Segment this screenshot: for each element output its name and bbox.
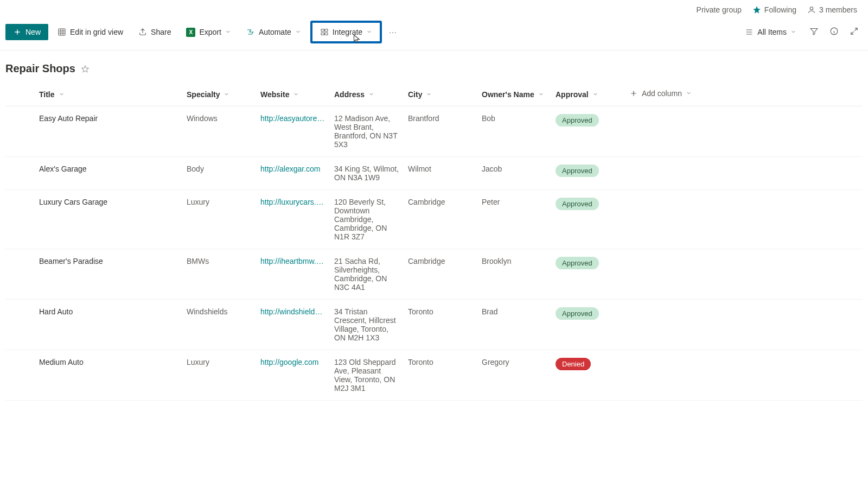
chevron-down-icon bbox=[366, 28, 372, 36]
view-selector-label: All Items bbox=[757, 28, 787, 36]
row-selector-cell[interactable] bbox=[5, 106, 35, 157]
table-row[interactable]: Medium AutoLuxuryhttp://google.com123 Ol… bbox=[5, 350, 863, 401]
approval-pill: Approved bbox=[556, 257, 599, 269]
col-header-city[interactable]: City bbox=[404, 83, 477, 106]
edit-grid-button[interactable]: Edit in grid view bbox=[52, 24, 129, 40]
star-filled-icon bbox=[752, 5, 761, 14]
cell-approval: Approved bbox=[551, 106, 625, 157]
info-icon bbox=[829, 27, 839, 37]
integrate-button[interactable]: Integrate bbox=[310, 21, 382, 43]
more-actions-button[interactable]: ··· bbox=[385, 24, 401, 40]
plus-icon bbox=[629, 89, 638, 98]
website-link[interactable]: http://easyautorepair.c... bbox=[260, 114, 326, 123]
website-link[interactable]: http://alexgar.com bbox=[260, 165, 321, 173]
cell-title: Alex's Garage bbox=[35, 157, 182, 190]
cell-city: Toronto bbox=[404, 350, 477, 401]
cell-city: Wilmot bbox=[404, 157, 477, 190]
chevron-down-icon bbox=[368, 90, 374, 99]
cell-specialty: BMWs bbox=[182, 249, 256, 300]
col-header-address[interactable]: Address bbox=[330, 83, 404, 106]
cell-empty bbox=[625, 190, 863, 249]
expand-button[interactable] bbox=[846, 23, 863, 41]
chevron-down-icon bbox=[295, 28, 301, 36]
approval-pill: Approved bbox=[556, 198, 599, 210]
share-button[interactable]: Share bbox=[132, 24, 177, 40]
website-link[interactable]: http://windshieldharda... bbox=[260, 307, 326, 316]
favorite-star-button[interactable] bbox=[81, 65, 90, 73]
automate-label: Automate bbox=[259, 28, 291, 36]
site-header-meta: Private group Following 3 members bbox=[0, 0, 868, 17]
add-column-button[interactable]: Add column bbox=[625, 83, 863, 106]
svg-point-0 bbox=[810, 7, 813, 10]
cell-specialty: Luxury bbox=[182, 350, 256, 401]
info-button[interactable] bbox=[826, 23, 843, 41]
row-selector-cell[interactable] bbox=[5, 190, 35, 249]
row-selector-cell[interactable] bbox=[5, 350, 35, 401]
cell-owner: Brad bbox=[477, 300, 551, 350]
integrate-label: Integrate bbox=[333, 28, 362, 36]
cell-address: 34 King St, Wilmot, ON N3A 1W9 bbox=[330, 157, 404, 190]
website-link[interactable]: http://iheartbmw.com bbox=[260, 257, 326, 265]
svg-rect-1 bbox=[59, 29, 65, 35]
cell-address: 12 Madison Ave, West Brant, Brantford, O… bbox=[330, 106, 404, 157]
cell-owner: Jacob bbox=[477, 157, 551, 190]
members-link[interactable]: 3 members bbox=[807, 5, 857, 14]
table-row[interactable]: Hard AutoWindshieldshttp://windshieldhar… bbox=[5, 300, 863, 350]
cell-empty bbox=[625, 350, 863, 401]
cell-website: http://alexgar.com bbox=[256, 157, 330, 190]
chevron-down-icon bbox=[538, 90, 544, 99]
table-row[interactable]: Alex's GarageBodyhttp://alexgar.com34 Ki… bbox=[5, 157, 863, 190]
cell-approval: Approved bbox=[551, 157, 625, 190]
cell-website: http://windshieldharda... bbox=[256, 300, 330, 350]
table-row[interactable]: Beamer's ParadiseBMWshttp://iheartbmw.co… bbox=[5, 249, 863, 300]
cell-website: http://google.com bbox=[256, 350, 330, 401]
items-table: Title Specialty Website Address City Own… bbox=[5, 83, 863, 401]
cell-approval: Approved bbox=[551, 190, 625, 249]
row-selector-cell[interactable] bbox=[5, 300, 35, 350]
ellipsis-icon: ··· bbox=[389, 28, 397, 36]
group-type-label: Private group bbox=[697, 5, 742, 14]
view-selector-button[interactable]: All Items bbox=[739, 24, 802, 40]
cell-website: http://easyautorepair.c... bbox=[256, 106, 330, 157]
filter-icon bbox=[809, 27, 819, 37]
cell-title: Beamer's Paradise bbox=[35, 249, 182, 300]
cell-owner: Bob bbox=[477, 106, 551, 157]
automate-button[interactable]: Automate bbox=[240, 24, 307, 40]
chevron-down-icon bbox=[426, 90, 432, 99]
row-selector-cell[interactable] bbox=[5, 249, 35, 300]
col-header-website[interactable]: Website bbox=[256, 83, 330, 106]
chevron-down-icon bbox=[225, 28, 231, 36]
export-button[interactable]: X Export bbox=[180, 24, 237, 41]
col-header-specialty[interactable]: Specialty bbox=[182, 83, 256, 106]
excel-icon: X bbox=[186, 28, 195, 37]
col-header-title[interactable]: Title bbox=[35, 83, 182, 106]
table-row[interactable]: Easy Auto RepairWindowshttp://easyautore… bbox=[5, 106, 863, 157]
approval-pill: Approved bbox=[556, 114, 599, 127]
svg-rect-5 bbox=[324, 33, 327, 35]
col-header-approval[interactable]: Approval bbox=[551, 83, 625, 106]
cell-website: http://luxurycars.com bbox=[256, 190, 330, 249]
cell-city: Cambridge bbox=[404, 249, 477, 300]
chevron-down-icon bbox=[293, 90, 299, 99]
table-row[interactable]: Luxury Cars GarageLuxuryhttp://luxurycar… bbox=[5, 190, 863, 249]
approval-pill: Approved bbox=[556, 307, 599, 320]
row-selector-cell[interactable] bbox=[5, 157, 35, 190]
new-button[interactable]: New bbox=[5, 24, 48, 40]
list-icon bbox=[745, 28, 754, 36]
filter-button[interactable] bbox=[806, 23, 822, 41]
select-all-header[interactable] bbox=[5, 83, 35, 106]
export-label: Export bbox=[199, 28, 221, 36]
cell-city: Toronto bbox=[404, 300, 477, 350]
following-label: Following bbox=[764, 5, 796, 14]
person-icon bbox=[807, 5, 816, 14]
cell-empty bbox=[625, 157, 863, 190]
following-toggle[interactable]: Following bbox=[752, 5, 796, 14]
cell-empty bbox=[625, 106, 863, 157]
cell-empty bbox=[625, 300, 863, 350]
col-header-owner[interactable]: Owner's Name bbox=[477, 83, 551, 106]
chevron-down-icon bbox=[59, 90, 65, 99]
website-link[interactable]: http://luxurycars.com bbox=[260, 198, 326, 206]
cell-empty bbox=[625, 249, 863, 300]
list-title-area: Repair Shops bbox=[0, 50, 868, 83]
website-link[interactable]: http://google.com bbox=[260, 358, 318, 366]
